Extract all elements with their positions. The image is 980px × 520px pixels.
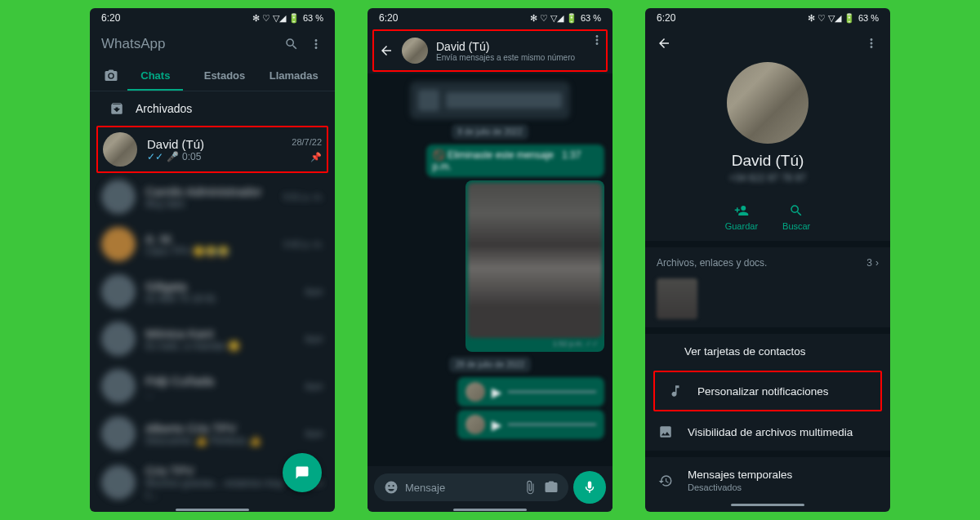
- more-icon[interactable]: [864, 36, 879, 51]
- tab-estados[interactable]: Estados: [190, 61, 260, 90]
- new-chat-fab[interactable]: [283, 453, 322, 492]
- tab-bar: Chats Estados Llamadas: [90, 60, 335, 91]
- screen-conversation: 6:20 ✻ ♡ ▽◢ 🔋 63 % David (Tú) Envía mens…: [368, 8, 612, 512]
- msg-document[interactable]: [410, 82, 570, 119]
- screen-contact-info: 6:20 ✻ ♡ ▽◢ 🔋 63 % David (Tú) +34 622 87…: [645, 8, 890, 512]
- more-icon[interactable]: [309, 37, 323, 51]
- media-section[interactable]: Archivos, enlaces y docs. 3 ›: [645, 247, 890, 278]
- chat-row[interactable]: A. M.Claro TPV 😊😂😂 3:42 p. m.: [90, 220, 335, 268]
- date-pill: 28 de julio de 2022: [449, 357, 532, 372]
- back-icon[interactable]: [657, 36, 671, 51]
- avatar: [101, 227, 136, 261]
- profile-avatar[interactable]: [727, 62, 808, 144]
- image-icon: [658, 424, 673, 439]
- music-note-icon: [668, 384, 683, 398]
- chat-row[interactable]: Mónica KantEs todo, a mandar 😊 Ayer: [90, 315, 335, 362]
- status-time: 6:20: [101, 12, 120, 24]
- emoji-icon[interactable]: [384, 480, 399, 495]
- attach-icon[interactable]: [523, 480, 537, 495]
- avatar: [101, 369, 136, 403]
- chat-david[interactable]: David (Tú) ✓✓ 🎤 0:05 28/7/22 📌: [98, 127, 327, 171]
- mic-button[interactable]: [573, 471, 606, 504]
- media-visibility-item[interactable]: Visibilidad de archivos multimedia: [645, 413, 890, 451]
- avatar: [103, 132, 137, 167]
- contact-cards-item[interactable]: Ver tarjetas de contactos: [645, 334, 890, 369]
- chat-row[interactable]: Camilo AdministradorMuy bien 5:51 p. m.: [90, 173, 335, 220]
- avatar: [402, 38, 428, 64]
- chat-row[interactable]: Alberto Cris TPVDescuento 👍 Perfecto 👍 A…: [90, 410, 335, 457]
- profile-phone: +34 622 87 76 97: [645, 172, 890, 184]
- message-input[interactable]: Mensaje: [374, 473, 568, 501]
- disappearing-messages-item[interactable]: Mensajes temporales Desactivados: [645, 457, 890, 504]
- avatar: [101, 322, 136, 356]
- profile-name: David (Tú): [645, 152, 890, 170]
- archived-label: Archivados: [136, 102, 192, 115]
- chat-name: David (Tú): [147, 137, 282, 151]
- info-header: [645, 28, 890, 59]
- nav-bar: [368, 509, 612, 512]
- back-icon[interactable]: [379, 43, 394, 58]
- date-pill: 8 de julio de 2022: [452, 124, 529, 140]
- header-subtitle: Envía mensajes a este mismo número: [436, 53, 601, 62]
- msg-voice[interactable]: ▶: [457, 377, 604, 407]
- tab-chats[interactable]: Chats: [121, 61, 190, 90]
- screen-chat-list: 6:20 ✻ ♡ ▽◢ 🔋 63 % WhatsApp Chats Estado…: [90, 8, 335, 512]
- pin-icon: 📌: [310, 152, 322, 162]
- tab-llamadas[interactable]: Llamadas: [259, 61, 328, 90]
- camera-icon[interactable]: [544, 480, 559, 495]
- chat-preview: ✓✓ 🎤 0:05: [147, 151, 282, 162]
- mic-icon: 🎤: [167, 151, 179, 162]
- status-bar: 6:20 ✻ ♡ ▽◢ 🔋 63 %: [90, 8, 335, 28]
- archived-row[interactable]: Archivados: [90, 91, 335, 126]
- msg-voice[interactable]: ▶: [457, 410, 604, 439]
- nav-bar: [645, 504, 890, 507]
- custom-notifications-item[interactable]: Personalizar notificaciones: [655, 372, 880, 410]
- status-bar: 6:20 ✻ ♡ ▽◢ 🔋 63 %: [645, 8, 890, 28]
- status-right: ✻ ♡ ▽◢ 🔋 63 %: [252, 13, 323, 24]
- header-name: David (Tú): [436, 40, 601, 53]
- avatar: [101, 416, 136, 451]
- conversation-area[interactable]: 8 de julio de 2022 🚫 Eliminaste este men…: [368, 73, 612, 466]
- input-bar: Mensaje: [368, 466, 612, 509]
- more-icon[interactable]: [590, 33, 604, 47]
- archive-icon: [109, 101, 124, 116]
- read-check-icon: ✓✓: [147, 151, 163, 162]
- app-header: WhatsApp: [90, 28, 335, 60]
- search-chat-button[interactable]: Buscar: [782, 203, 810, 231]
- input-placeholder: Mensaje: [405, 482, 516, 494]
- camera-tab-icon[interactable]: [96, 60, 121, 91]
- avatar: [101, 465, 136, 500]
- nav-bar: [90, 509, 335, 512]
- status-bar: 6:20 ✻ ♡ ▽◢ 🔋 63 %: [368, 8, 612, 28]
- chat-header[interactable]: David (Tú) Envía mensajes a este mismo n…: [374, 31, 606, 70]
- profile-section: David (Tú) +34 622 87 76 97: [645, 59, 890, 193]
- profile-actions: Guardar Buscar: [645, 193, 890, 247]
- chat-time: 28/7/22: [292, 137, 322, 147]
- chevron-right-icon: ›: [875, 257, 879, 269]
- msg-deleted[interactable]: 🚫 Eliminaste este mensaje 1:37 p.m.: [426, 144, 604, 177]
- timer-icon: [658, 473, 673, 488]
- app-title: WhatsApp: [101, 36, 274, 52]
- search-icon[interactable]: [284, 37, 299, 51]
- media-thumbnail[interactable]: [657, 278, 697, 319]
- avatar: [101, 180, 136, 214]
- save-contact-button[interactable]: Guardar: [725, 203, 758, 231]
- chat-row[interactable]: Fidji Cuñada... Ayer: [90, 362, 335, 410]
- chat-list: Archivados David (Tú) ✓✓ 🎤 0:05 28/7/22 …: [90, 91, 335, 509]
- chat-row[interactable]: Giligata02 606 75 18 81 Ayer: [90, 268, 335, 315]
- msg-image[interactable]: 1:52 p.m. ✓✓: [466, 180, 604, 352]
- avatar: [101, 274, 136, 309]
